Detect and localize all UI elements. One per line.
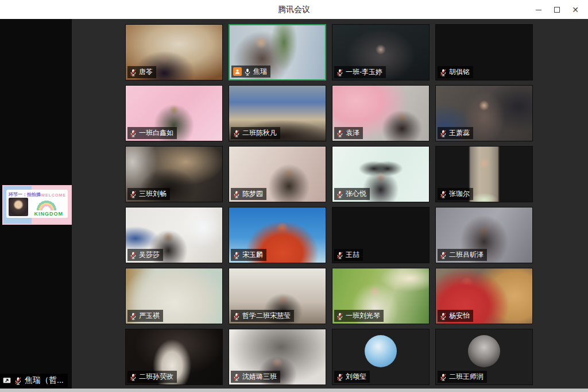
participant-label: 刘颂玺	[334, 371, 370, 383]
slide-kingdom-text: KINGDOM	[34, 211, 64, 217]
mic-on-icon	[243, 68, 252, 76]
participant-tile[interactable]: 严玉祺	[125, 268, 223, 324]
participant-avatar	[468, 335, 500, 367]
participant-tile[interactable]: 二班王师润	[435, 329, 533, 385]
mic-muted-icon	[336, 129, 344, 137]
window-bottom-edge	[0, 389, 588, 392]
participant-label: 王喆	[334, 249, 363, 261]
participant-name: 陈梦园	[242, 189, 263, 199]
mic-muted-icon	[336, 68, 344, 76]
participant-label: 张心悦	[334, 188, 370, 200]
participant-tile[interactable]: 一班白鑫如	[125, 85, 223, 141]
participant-name: 王喆	[346, 250, 359, 260]
participant-name: 严玉祺	[139, 311, 160, 321]
participant-tile[interactable]: 袁泽	[332, 85, 430, 141]
participant-label: 杨安怡	[438, 310, 473, 322]
mic-muted-icon	[233, 251, 241, 259]
mic-muted-icon	[336, 373, 344, 381]
participant-tile[interactable]: 沈婧璐三班	[229, 329, 326, 385]
mic-muted-icon	[129, 190, 137, 198]
mic-muted-icon	[439, 312, 447, 320]
participant-tile[interactable]: 二班陈秋凡	[229, 85, 326, 141]
participant-tile[interactable]: 一班刘光琴	[332, 268, 430, 324]
participant-tile[interactable]: 宋玉麟	[229, 207, 326, 263]
video-grid: 唐苓 焦瑞	[125, 24, 533, 385]
participant-tile[interactable]: 陈梦园	[229, 146, 326, 202]
participant-tile[interactable]: 吴莎莎	[125, 207, 223, 263]
participant-label: 三班刘畅	[127, 188, 170, 200]
participant-label: 一班-李玉婷	[334, 66, 386, 78]
participant-name: 胡俱铭	[449, 67, 470, 77]
sharer-name: 焦瑞（哲...	[25, 375, 64, 386]
participant-name: 二班陈秋凡	[242, 128, 277, 138]
participant-tile[interactable]: 哲学二班宋慧莹	[229, 268, 326, 324]
close-button[interactable]: ✕	[566, 0, 585, 19]
mic-muted-icon	[439, 129, 447, 137]
mic-muted-icon	[233, 129, 241, 137]
mic-muted-icon	[129, 68, 137, 76]
mic-muted-icon	[233, 312, 241, 320]
participant-label: 唐苓	[127, 66, 156, 78]
gallery-area: 唐苓 焦瑞	[72, 19, 588, 389]
participant-label: 一班白鑫如	[127, 127, 177, 139]
rainbow-graphic	[33, 200, 60, 210]
mic-muted-icon	[439, 251, 447, 259]
participant-tile[interactable]: 王喆	[332, 207, 430, 263]
participant-label: 二班陈秋凡	[231, 127, 280, 139]
participant-tile[interactable]: 焦瑞	[229, 24, 326, 80]
participant-name: 袁泽	[346, 128, 359, 138]
participant-label: 严玉祺	[127, 310, 163, 322]
participant-label: 二班孙荧孜	[127, 371, 177, 383]
participant-tile[interactable]: 一班-李玉婷	[332, 24, 430, 80]
participant-label: 一班刘光琴	[334, 310, 384, 322]
participant-tile[interactable]: 张珈尔	[435, 146, 533, 202]
participant-name: 王萧蕊	[449, 128, 470, 138]
participant-name: 沈婧璐三班	[242, 372, 277, 382]
maximize-button[interactable]	[548, 0, 566, 19]
participant-name: 吴莎莎	[139, 250, 160, 260]
participant-tile[interactable]: 张心悦	[332, 146, 430, 202]
mic-muted-icon	[233, 190, 241, 198]
participant-label: 沈婧璐三班	[231, 371, 280, 383]
slide-card: 环节一：拍拍操 WELCOME KINGDOM	[6, 190, 68, 218]
participant-tile[interactable]: 唐苓	[125, 24, 223, 80]
participant-tile[interactable]: 三班刘畅	[125, 146, 223, 202]
participant-name: 一班刘光琴	[346, 311, 380, 321]
participant-label: 二班吕昕泽	[438, 249, 487, 261]
maximize-icon	[554, 7, 560, 13]
screen-share-tile[interactable]: 环节一：拍拍操 WELCOME KINGDOM 焦瑞（哲...	[0, 19, 72, 389]
minimize-button[interactable]: ─	[529, 0, 548, 19]
participant-name: 杨安怡	[449, 311, 470, 321]
participant-label: 胡俱铭	[438, 66, 473, 78]
mic-muted-icon	[336, 251, 344, 259]
mic-muted-icon	[129, 373, 137, 381]
window-titlebar: 腾讯会议 ─ ✕	[0, 0, 588, 19]
participant-label: 哲学二班宋慧莹	[231, 310, 294, 322]
participant-name: 刘颂玺	[346, 372, 366, 382]
participant-name: 一班-李玉婷	[346, 67, 382, 77]
participant-tile[interactable]: 二班吕昕泽	[435, 207, 533, 263]
participant-tile[interactable]: 胡俱铭	[435, 24, 533, 80]
participant-name: 二班王师润	[449, 372, 483, 382]
participant-name: 二班吕昕泽	[449, 250, 483, 260]
screen-share-icon	[2, 376, 11, 385]
window-controls: ─ ✕	[529, 0, 585, 19]
participant-tile[interactable]: 王萧蕊	[435, 85, 533, 141]
participant-label: 王萧蕊	[438, 127, 473, 139]
mic-muted-icon	[129, 251, 137, 259]
participant-label: 宋玉麟	[231, 249, 266, 261]
mic-muted-icon	[129, 312, 137, 320]
participant-tile[interactable]: 杨安怡	[435, 268, 533, 324]
participant-tile[interactable]: 二班孙荧孜	[125, 329, 223, 385]
participant-tile[interactable]: 刘颂玺	[332, 329, 430, 385]
mic-muted-icon	[336, 312, 344, 320]
mic-muted-icon	[439, 373, 447, 381]
mic-muted-icon	[233, 373, 241, 381]
participant-name: 唐苓	[139, 67, 153, 77]
mic-muted-icon	[129, 129, 137, 137]
participant-label: 陈梦园	[231, 188, 266, 200]
shared-slide-preview: 环节一：拍拍操 WELCOME KINGDOM	[2, 185, 72, 225]
mic-muted-icon	[439, 190, 447, 198]
participant-label: 吴莎莎	[127, 249, 163, 261]
host-badge-icon	[233, 67, 242, 76]
